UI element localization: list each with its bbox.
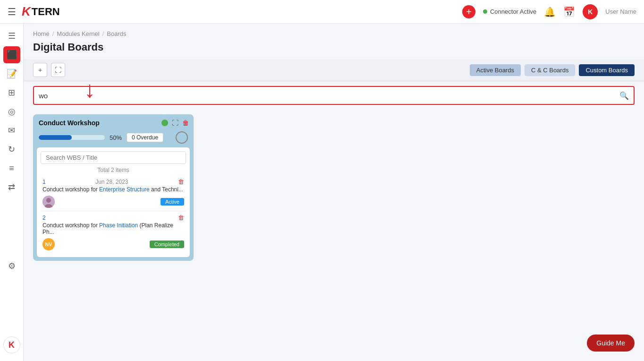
task-title: Conduct workshop for Phase Initiation (P… <box>42 222 184 235</box>
connector-status: Connector Active <box>483 8 536 15</box>
svg-point-1 <box>46 198 51 203</box>
page-title: Digital Boards <box>24 39 644 59</box>
task-avatar <box>42 196 55 208</box>
nav-actions: + Connector Active 🔔 📅 K User Name <box>462 4 636 19</box>
calendar-icon[interactable]: 📅 <box>563 6 575 17</box>
sidebar-item-grid[interactable]: ⊞ <box>3 84 20 101</box>
board-card: Conduct Workshop ⛶ 🗑 50% 0 Overdue Total… <box>33 114 194 261</box>
sidebar: ☰ ⬛ 📝 ⊞ ◎ ✉ ↻ ≡ ⇄ ⚙ K <box>0 24 24 361</box>
board-delete-icon[interactable]: 🗑 <box>182 119 189 127</box>
task-footer: Active <box>42 196 184 208</box>
progress-bar-background <box>39 135 105 140</box>
board-total-items: Total 2 items <box>41 164 186 175</box>
progress-bar-fill <box>39 135 72 140</box>
board-card-body: Total 2 items 1 Jun 28, 2023 🗑 Conduct w… <box>37 147 190 257</box>
task-date: Jun 28, 2023 <box>95 179 128 185</box>
board-title: Conduct Workshop <box>39 119 158 127</box>
board-status-dot <box>161 120 168 126</box>
task-number: 1 <box>42 179 46 185</box>
logo-k: K <box>22 4 31 19</box>
board-expand-icon[interactable]: ⛶ <box>172 119 178 127</box>
global-add-button[interactable]: + <box>462 5 475 18</box>
sidebar-item-home[interactable]: ⬛ <box>3 46 20 63</box>
task-meta: 1 Jun 28, 2023 🗑 <box>42 178 184 185</box>
tab-active-boards[interactable]: Active Boards <box>470 64 521 76</box>
task-item: 2 🗑 Conduct workshop for Phase Initiatio… <box>41 211 186 253</box>
task-footer: NV Completed <box>42 238 184 250</box>
task-item: 1 Jun 28, 2023 🗑 Conduct workshop for En… <box>41 175 186 211</box>
task-delete-icon[interactable]: 🗑 <box>178 178 184 185</box>
board-search-input[interactable] <box>41 151 186 164</box>
task-title: Conduct workshop for Enterprise Structur… <box>42 186 184 193</box>
sidebar-bottom-logo[interactable]: K <box>3 336 20 353</box>
sidebar-item-transfer[interactable]: ⇄ <box>3 179 20 196</box>
task-number: 2 <box>42 215 46 221</box>
search-icon: 🔍 <box>619 91 629 100</box>
sidebar-item-menu[interactable]: ☰ <box>3 27 20 44</box>
breadcrumb-sep-1: / <box>52 30 54 37</box>
search-input[interactable] <box>39 92 619 100</box>
guide-me-button[interactable]: Guide Me <box>587 335 635 352</box>
tab-custom-boards[interactable]: Custom Boards <box>579 64 635 76</box>
add-board-button[interactable]: + <box>33 63 47 77</box>
overdue-badge: 0 Overdue <box>127 133 163 142</box>
task-delete-icon[interactable]: 🗑 <box>178 214 184 221</box>
top-nav: ☰ KTERN + Connector Active 🔔 📅 K User Na… <box>0 0 644 24</box>
sidebar-item-refresh[interactable]: ↻ <box>3 141 20 158</box>
boards-area: Conduct Workshop ⛶ 🗑 50% 0 Overdue Total… <box>24 110 644 361</box>
sidebar-item-message[interactable]: ✉ <box>3 122 20 139</box>
circle-button[interactable] <box>176 131 188 144</box>
task-title-highlight: Phase Initiation <box>99 222 138 229</box>
status-badge-active: Active <box>161 198 184 206</box>
search-area: 🔍 <box>24 81 644 110</box>
hamburger-icon[interactable]: ☰ <box>8 6 16 17</box>
avatar[interactable]: K <box>583 4 598 19</box>
sidebar-item-settings[interactable]: ⚙ <box>3 258 20 275</box>
toolbar: + ⛶ Active Boards C & C Boards Custom Bo… <box>24 59 644 81</box>
user-name: User Name <box>605 8 636 15</box>
task-avatar-nv: NV <box>42 238 55 250</box>
main-content: Home / Modules Kernel / Boards Digital B… <box>24 24 644 361</box>
connector-label: Connector Active <box>490 8 536 15</box>
breadcrumb-modules-kernel[interactable]: Modules Kernel <box>57 30 99 37</box>
breadcrumb-home[interactable]: Home <box>33 30 50 37</box>
tab-cc-boards[interactable]: C & C Boards <box>525 64 575 76</box>
task-meta: 2 🗑 <box>42 214 184 221</box>
sidebar-item-notes[interactable]: 📝 <box>3 65 20 82</box>
breadcrumb: Home / Modules Kernel / Boards <box>24 24 644 39</box>
bell-icon[interactable]: 🔔 <box>544 6 556 17</box>
sidebar-item-list[interactable]: ≡ <box>3 160 20 177</box>
expand-button[interactable]: ⛶ <box>51 63 65 77</box>
logo: KTERN <box>22 4 60 19</box>
board-progress-bar-row: 50% 0 Overdue <box>33 129 194 147</box>
sidebar-item-target[interactable]: ◎ <box>3 103 20 120</box>
breadcrumb-boards: Boards <box>107 30 126 37</box>
task-title-highlight: Enterprise Structure <box>99 186 150 193</box>
board-card-header: Conduct Workshop ⛶ 🗑 <box>33 114 194 129</box>
search-box: 🔍 <box>33 86 635 105</box>
progress-percent: 50% <box>110 134 122 141</box>
connector-dot <box>483 9 487 14</box>
layout: ☰ ⬛ 📝 ⊞ ◎ ✉ ↻ ≡ ⇄ ⚙ K Home / Modules Ker… <box>0 24 644 361</box>
status-badge-completed: Completed <box>150 241 184 248</box>
breadcrumb-sep-2: / <box>102 30 104 37</box>
